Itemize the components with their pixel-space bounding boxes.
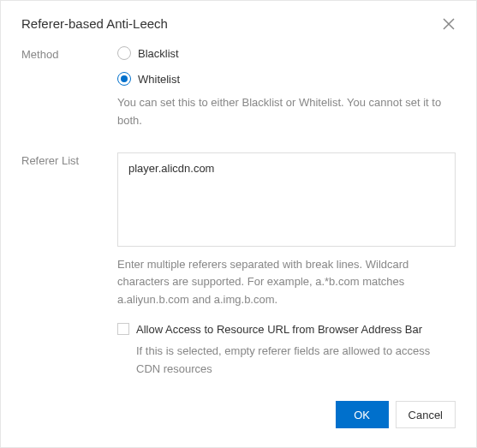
referer-list-input[interactable]: [117, 152, 456, 247]
modal-footer: OK Cancel: [336, 401, 456, 428]
checkbox-icon: [117, 323, 129, 335]
close-icon[interactable]: [442, 17, 456, 31]
referer-list-label: Referer List: [21, 152, 117, 167]
radio-icon: [117, 72, 131, 86]
modal-header: Referer-based Anti-Leech: [21, 1, 456, 46]
method-label: Method: [21, 46, 117, 61]
ok-button[interactable]: OK: [336, 401, 389, 428]
cancel-button[interactable]: Cancel: [396, 401, 456, 428]
referer-list-controls: Enter multiple referers separated with b…: [117, 152, 456, 379]
radio-label: Whitelist: [138, 73, 180, 86]
modal-title: Referer-based Anti-Leech: [21, 16, 168, 31]
allow-access-checkbox[interactable]: Allow Access to Resource URL from Browse…: [117, 321, 456, 339]
allow-access-label: Allow Access to Resource URL from Browse…: [136, 321, 456, 339]
method-controls: Blacklist Whitelist You can set this to …: [117, 46, 456, 146]
radio-icon: [117, 46, 131, 60]
method-radio-blacklist[interactable]: Blacklist: [117, 46, 456, 60]
method-row: Method Blacklist Whitelist You can set t…: [21, 46, 456, 146]
allow-access-help: If this is selected, empty referer field…: [136, 343, 456, 379]
referer-list-help: Enter multiple referers separated with b…: [117, 256, 456, 309]
radio-label: Blacklist: [138, 47, 179, 60]
method-help-text: You can set this to either Blacklist or …: [117, 94, 456, 130]
referer-list-row: Referer List Enter multiple referers sep…: [21, 152, 456, 379]
method-radio-whitelist[interactable]: Whitelist: [117, 72, 456, 86]
modal: Referer-based Anti-Leech Method Blacklis…: [0, 0, 477, 448]
